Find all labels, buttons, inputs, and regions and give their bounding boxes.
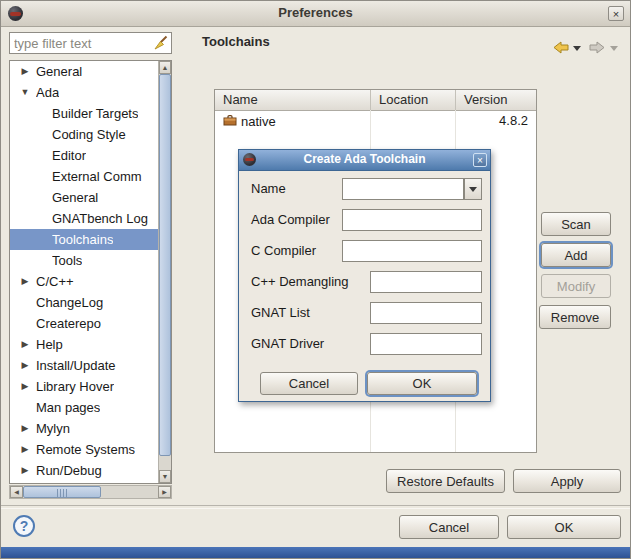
field-row-ada-compiler: Ada Compiler (239, 209, 490, 231)
forward-history-chevron-down-icon[interactable] (610, 46, 618, 51)
tree-item-man-pages[interactable]: Man pages (10, 397, 158, 418)
gnat-driver-input[interactable] (370, 333, 482, 355)
tree-item-gnatbench-log[interactable]: GNATbench Log (10, 208, 158, 229)
expander-collapsed-icon[interactable] (16, 355, 34, 376)
expander-collapsed-icon[interactable] (16, 418, 34, 439)
dialog-close-icon[interactable]: × (473, 153, 487, 167)
expander-collapsed-icon[interactable] (16, 334, 34, 355)
tree-item-createrepo[interactable]: Createrepo (10, 313, 158, 334)
column-header-name[interactable]: Name (215, 90, 371, 110)
scroll-left-icon[interactable]: ◀ (10, 486, 23, 498)
preferences-tree: General Ada Builder Targets Coding Style… (9, 60, 172, 484)
field-label: Name (251, 178, 286, 200)
tree-item-run-debug[interactable]: Run/Debug (10, 460, 158, 481)
expander-collapsed-icon[interactable] (16, 376, 34, 397)
modify-button: Modify (541, 274, 611, 298)
tree-item-c-cpp[interactable]: C/C++ (10, 271, 158, 292)
field-label: Ada Compiler (251, 209, 330, 231)
scroll-up-icon[interactable]: ▲ (159, 61, 171, 74)
toolchain-version: 4.8.2 (499, 111, 528, 131)
scan-button[interactable]: Scan (541, 212, 611, 236)
field-row-cpp-demangling: C++ Demangling (239, 271, 490, 293)
combo-dropdown-icon[interactable] (464, 178, 482, 200)
field-row-gnat-driver: GNAT Driver (239, 333, 490, 355)
gnat-list-input[interactable] (370, 302, 482, 324)
tree-item-builder-targets[interactable]: Builder Targets (10, 103, 158, 124)
tree-item-mylyn[interactable]: Mylyn (10, 418, 158, 439)
tree-item-label: Editor (52, 148, 86, 163)
c-compiler-input[interactable] (342, 240, 482, 262)
tree-vertical-scrollbar[interactable]: ▲ ▼ (158, 61, 171, 483)
forward-arrow-icon[interactable] (589, 41, 605, 54)
expander-collapsed-icon[interactable] (16, 460, 34, 481)
field-label: C Compiler (251, 240, 316, 262)
restore-defaults-button[interactable]: Restore Defaults (386, 469, 505, 493)
tree-item-label: C/C++ (36, 274, 74, 289)
titlebar[interactable]: Preferences × (1, 1, 630, 27)
remove-button[interactable]: Remove (539, 305, 611, 329)
tree-rows: General Ada Builder Targets Coding Style… (10, 61, 158, 483)
tree-item-changelog[interactable]: ChangeLog (10, 292, 158, 313)
tree-item-library-hover[interactable]: Library Hover (10, 376, 158, 397)
tree-item-label: Library Hover (36, 379, 114, 394)
add-button[interactable]: Add (541, 243, 611, 267)
ada-compiler-input[interactable] (342, 209, 482, 231)
tree-item-editor[interactable]: Editor (10, 145, 158, 166)
expander-collapsed-icon[interactable] (16, 271, 34, 292)
tree-item-general[interactable]: General (10, 61, 158, 82)
preferences-window: Preferences × General Ada Builder Targ (0, 0, 631, 559)
tree-item-label: ChangeLog (36, 295, 103, 310)
expander-collapsed-icon[interactable] (16, 439, 34, 460)
horizontal-scrollbar-thumb[interactable] (23, 486, 101, 498)
back-history-chevron-down-icon[interactable] (573, 46, 581, 51)
dialog-ok-button[interactable]: OK (367, 372, 477, 395)
field-row-c-compiler: C Compiler (239, 240, 490, 262)
cancel-button[interactable]: Cancel (399, 515, 499, 539)
tree-item-label: Builder Targets (52, 106, 138, 121)
field-label: GNAT Driver (251, 333, 324, 355)
expander-expanded-icon[interactable] (16, 82, 34, 103)
tree-item-label: General (52, 190, 98, 205)
tree-item-tools[interactable]: Tools (10, 250, 158, 271)
tree-item-external-commands[interactable]: External Comm (10, 166, 158, 187)
scroll-down-icon[interactable]: ▼ (159, 470, 171, 483)
filter-input[interactable] (9, 32, 172, 54)
tree-item-remote-systems[interactable]: Remote Systems (10, 439, 158, 460)
dialog-cancel-button[interactable]: Cancel (260, 372, 358, 395)
tree-item-ada[interactable]: Ada (10, 82, 158, 103)
close-icon[interactable]: × (608, 6, 624, 21)
tree-item-label: Remote Systems (36, 442, 135, 457)
taskbar-strip (1, 547, 630, 558)
column-header-location[interactable]: Location (371, 90, 456, 110)
toolchain-name: native (241, 114, 276, 129)
tree-item-general-ada[interactable]: General (10, 187, 158, 208)
clear-filter-icon[interactable] (153, 35, 169, 51)
tree-item-label: GNATbench Log (52, 211, 148, 226)
back-arrow-icon[interactable] (553, 41, 569, 54)
tree-item-install-update[interactable]: Install/Update (10, 355, 158, 376)
table-row[interactable]: native (215, 111, 370, 131)
tree-item-label: Help (36, 337, 63, 352)
field-label: C++ Demangling (251, 271, 349, 293)
expander-collapsed-icon[interactable] (16, 61, 34, 82)
tree-item-toolchains[interactable]: Toolchains (10, 229, 158, 250)
tree-item-label: Man pages (36, 400, 100, 415)
help-icon[interactable]: ? (13, 515, 35, 537)
name-combo-input[interactable] (342, 178, 464, 200)
ok-button[interactable]: OK (507, 515, 621, 539)
apply-button[interactable]: Apply (513, 469, 621, 493)
window-title: Preferences (1, 5, 630, 20)
field-row-gnat-list: GNAT List (239, 302, 490, 324)
filter-box (9, 32, 172, 54)
tree-item-help[interactable]: Help (10, 334, 158, 355)
cpp-demangling-input[interactable] (370, 271, 482, 293)
tree-item-coding-style[interactable]: Coding Style (10, 124, 158, 145)
vertical-scrollbar-thumb[interactable] (159, 74, 171, 456)
column-header-version[interactable]: Version (456, 90, 536, 110)
scroll-right-icon[interactable]: ▶ (158, 486, 171, 498)
tree-item-label: Ada (36, 85, 59, 100)
tree-item-label: Coding Style (52, 127, 126, 142)
tree-horizontal-scrollbar[interactable]: ◀ ▶ (9, 485, 172, 499)
field-row-name: Name (239, 178, 490, 200)
dialog-titlebar[interactable]: Create Ada Toolchain × (239, 150, 490, 171)
